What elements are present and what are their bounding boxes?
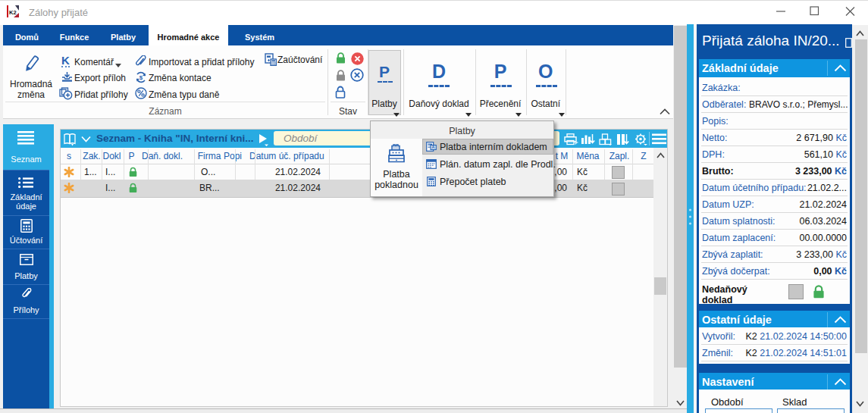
svg-text:A: A: [432, 145, 435, 149]
svg-text:K2: K2: [9, 9, 17, 16]
svg-text:$: $: [139, 74, 143, 81]
